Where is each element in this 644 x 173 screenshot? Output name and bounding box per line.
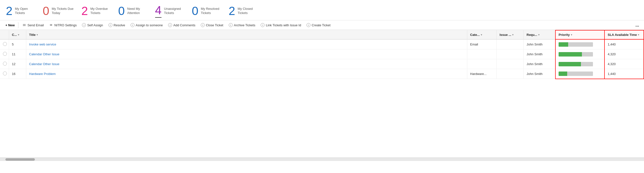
stat-label-due-today: My Tickets Due Today bbox=[52, 7, 74, 15]
stat-label-unassigned: Unassigned Tickets bbox=[164, 7, 181, 15]
col-label-category: Cate... bbox=[470, 33, 480, 37]
row-issue-12 bbox=[496, 59, 524, 69]
radio-button[interactable] bbox=[3, 52, 7, 56]
sort-icon-title[interactable]: ▾ bbox=[36, 33, 38, 36]
close-ticket-button[interactable]: +Close Ticket bbox=[198, 22, 226, 28]
header-row: C... ▾Title ▾Cate... ▾Issue ... ▾Requ...… bbox=[0, 30, 644, 39]
nitro-settings-label: NITRO Settings bbox=[54, 23, 76, 27]
priority-bar-bg bbox=[558, 72, 593, 76]
sort-icon-priority[interactable]: ▾ bbox=[571, 33, 572, 36]
stat-label-open: My Open Tickets bbox=[15, 7, 28, 15]
horizontal-scrollbar[interactable] bbox=[0, 157, 644, 161]
resolve-button[interactable]: +Resolve bbox=[106, 22, 128, 28]
row-sla-16: 1,440 bbox=[604, 69, 644, 79]
send-email-button[interactable]: ✉Send Email bbox=[20, 22, 46, 28]
stat-overdue[interactable]: 2My Overdue Tickets bbox=[82, 5, 118, 17]
table-body: 5Invoke web serviceEmailJohn Smith1,4401… bbox=[0, 39, 644, 79]
row-priority-16 bbox=[556, 69, 604, 79]
col-header-requester[interactable]: Requ... ▾ bbox=[524, 30, 556, 39]
self-assign-label: Self Assign bbox=[87, 23, 103, 27]
row-check-16[interactable] bbox=[0, 69, 9, 79]
stat-number-resolved: 0 bbox=[192, 5, 198, 17]
radio-button[interactable] bbox=[3, 72, 7, 75]
col-header-issue[interactable]: Issue ... ▾ bbox=[496, 30, 524, 39]
priority-bar-wrap bbox=[558, 52, 601, 57]
col-header-category[interactable]: Cate... ▾ bbox=[467, 30, 496, 39]
radio-button[interactable] bbox=[3, 42, 7, 46]
row-check-5[interactable] bbox=[0, 39, 9, 49]
row-requester-16: John Smith bbox=[524, 69, 556, 79]
row-check-11[interactable] bbox=[0, 49, 9, 59]
row-sla-12: 4,320 bbox=[604, 59, 644, 69]
sort-icon-sla[interactable]: ▾ bbox=[638, 33, 639, 36]
col-label-id: C... bbox=[12, 33, 17, 37]
row-title-11[interactable]: Calendar Other Issue bbox=[26, 49, 467, 59]
row-id-16: 16 bbox=[9, 69, 26, 79]
stat-closed[interactable]: 2My Closed Tickets bbox=[229, 5, 266, 17]
assign-someone-button[interactable]: +Assign to someone bbox=[128, 22, 166, 28]
row-title-5[interactable]: Invoke web service bbox=[26, 39, 467, 49]
stat-number-closed: 2 bbox=[229, 5, 235, 17]
col-header-title[interactable]: Title ▾ bbox=[26, 30, 467, 39]
priority-bar-fill bbox=[558, 72, 567, 76]
row-title-12[interactable]: Calendar Other Issue bbox=[26, 59, 467, 69]
sort-icon-issue[interactable]: ▾ bbox=[512, 33, 514, 36]
col-header-priority[interactable]: Priority ▾ bbox=[556, 30, 604, 39]
stat-number-open: 2 bbox=[6, 5, 12, 17]
stat-open[interactable]: 2My Open Tickets bbox=[6, 5, 43, 17]
ticket-link-11[interactable]: Calendar Other Issue bbox=[29, 52, 60, 56]
circle-plus-icon: + bbox=[306, 23, 310, 27]
table-row[interactable]: 16Hardware ProblemHardware...John Smith1… bbox=[0, 69, 644, 79]
nitro-settings-button[interactable]: 👁NITRO Settings bbox=[47, 22, 79, 28]
ticket-link-16[interactable]: Hardware Problem bbox=[29, 72, 56, 76]
row-check-12[interactable] bbox=[0, 59, 9, 69]
ticket-link-5[interactable]: Invoke web service bbox=[29, 43, 56, 46]
link-tickets-button[interactable]: +Link Tickets with Issue Id bbox=[258, 22, 304, 28]
col-label-priority: Priority bbox=[558, 33, 570, 37]
add-comments-button[interactable]: +Add Comments bbox=[166, 22, 198, 28]
row-priority-5 bbox=[556, 39, 604, 49]
col-header-id[interactable]: C... ▾ bbox=[9, 30, 26, 39]
stat-resolved[interactable]: 0My Resolved Tickets bbox=[192, 5, 229, 17]
stat-need-attention[interactable]: 0Need My Attention bbox=[118, 5, 155, 17]
stat-label-closed: My Closed Tickets bbox=[238, 7, 252, 15]
stat-number-unassigned: 4 bbox=[155, 5, 162, 18]
stat-number-due-today: 0 bbox=[43, 5, 49, 17]
row-category-11 bbox=[467, 49, 496, 59]
archive-tickets-label: Archive Tickets bbox=[234, 23, 255, 27]
stat-number-need-attention: 0 bbox=[118, 5, 125, 17]
col-label-requester: Requ... bbox=[527, 33, 537, 37]
row-priority-11 bbox=[556, 49, 604, 59]
row-sla-11: 4,320 bbox=[604, 49, 644, 59]
priority-bar-bg bbox=[558, 62, 593, 66]
self-assign-button[interactable]: +Self Assign bbox=[80, 22, 105, 28]
ticket-link-12[interactable]: Calendar Other Issue bbox=[29, 62, 60, 66]
archive-tickets-button[interactable]: +Archive Tickets bbox=[226, 22, 258, 28]
priority-bar-wrap bbox=[558, 42, 601, 47]
row-title-16[interactable]: Hardware Problem bbox=[26, 69, 467, 79]
sort-icon-id[interactable]: ▾ bbox=[18, 33, 19, 36]
stat-due-today[interactable]: 0My Tickets Due Today bbox=[43, 5, 82, 17]
create-ticket-button[interactable]: +Create Ticket bbox=[304, 22, 333, 28]
priority-bar-fill bbox=[558, 52, 582, 57]
stat-unassigned[interactable]: 4Unassigned Tickets bbox=[155, 5, 192, 18]
more-button[interactable]: ... bbox=[634, 22, 641, 28]
table-row[interactable]: 5Invoke web serviceEmailJohn Smith1,440 bbox=[0, 39, 644, 49]
resolve-label: Resolve bbox=[114, 23, 125, 27]
scroll-thumb[interactable] bbox=[6, 158, 35, 161]
table-row[interactable]: 12Calendar Other IssueJohn Smith4,320 bbox=[0, 59, 644, 69]
row-category-16: Hardware... bbox=[467, 69, 496, 79]
col-header-check[interactable] bbox=[0, 30, 9, 39]
table-row[interactable]: 11Calendar Other IssueJohn Smith4,320 bbox=[0, 49, 644, 59]
sort-icon-category[interactable]: ▾ bbox=[481, 33, 482, 36]
toolbar: + New ✉Send Email👁NITRO Settings+Self As… bbox=[0, 20, 644, 30]
row-issue-16 bbox=[496, 69, 524, 79]
col-header-sla[interactable]: SLA Available Time ▾ bbox=[604, 30, 644, 39]
new-button[interactable]: + New bbox=[3, 22, 18, 28]
email-icon: ✉ bbox=[22, 23, 26, 27]
priority-bar-bg bbox=[558, 42, 593, 47]
eye-icon: 👁 bbox=[49, 23, 53, 27]
col-label-title: Title bbox=[29, 33, 36, 37]
radio-button[interactable] bbox=[3, 62, 7, 66]
sort-icon-requester[interactable]: ▾ bbox=[538, 33, 540, 36]
